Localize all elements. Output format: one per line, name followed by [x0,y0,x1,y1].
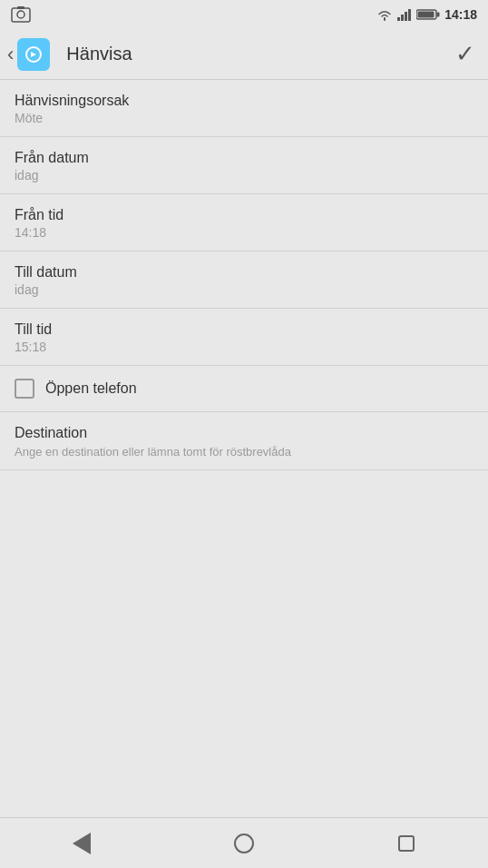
svg-rect-6 [408,9,411,21]
nav-recents-button[interactable] [379,824,434,863]
battery-icon [416,8,440,21]
oppen-telefon-checkbox[interactable] [15,379,34,399]
nav-home-icon [234,833,254,853]
list-item-hanvisningsorsak[interactable]: Hänvisningsorsak Möte [0,80,488,137]
nav-home-button[interactable] [217,824,271,863]
content-area: Hänvisningsorsak Möte Från datum idag Fr… [0,80,488,817]
status-icons: 14:18 [376,7,477,22]
list-item-fran-tid[interactable]: Från tid 14:18 [0,194,488,252]
fran-tid-label: Från tid [15,207,473,223]
list-item-till-tid[interactable]: Till tid 15:18 [0,309,488,366]
app-icon [17,38,50,71]
nav-recents-icon [398,835,415,852]
hanvisningsorsak-value: Möte [15,111,473,125]
oppen-telefon-label: Öppen telefon [45,380,137,397]
till-datum-label: Till datum [15,264,473,281]
svg-rect-2 [17,6,24,9]
back-button[interactable]: ‹ [7,38,59,71]
list-item-fran-datum[interactable]: Från datum idag [0,137,488,194]
svg-rect-8 [437,13,440,17]
page-title: Hänvisa [66,44,450,64]
status-time: 14:18 [444,7,477,22]
status-bar-left [11,6,371,23]
confirm-button[interactable]: ✓ [450,35,481,74]
nav-back-icon [73,833,91,854]
hanvisningsorsak-label: Hänvisningsorsak [15,93,473,109]
fran-datum-label: Från datum [15,150,473,166]
destination-item[interactable]: Destination Ange en destination eller lä… [0,412,488,470]
destination-hint: Ange en destination eller lämna tomt för… [15,445,473,459]
status-bar: 14:18 [0,0,488,29]
svg-rect-4 [401,15,404,21]
photo-icon [11,6,31,23]
fran-tid-value: 14:18 [15,225,473,240]
wifi-icon [376,8,393,21]
action-bar: ‹ Hänvisa ✓ [0,29,488,80]
nav-back-button[interactable] [54,824,109,863]
svg-rect-9 [418,12,434,18]
svg-point-1 [17,11,24,18]
oppen-telefon-item[interactable]: Öppen telefon [0,366,488,412]
svg-rect-3 [397,17,400,21]
till-tid-value: 15:18 [15,340,473,354]
back-arrow-icon: ‹ [7,43,14,66]
list-item-till-datum[interactable]: Till datum idag [0,252,488,309]
phone-forward-icon [24,44,44,64]
destination-label: Destination [15,425,473,441]
signal-icon [397,8,412,21]
fran-datum-value: idag [15,168,473,182]
till-datum-value: idag [15,282,473,297]
svg-rect-5 [405,12,407,21]
till-tid-label: Till tid [15,321,473,338]
nav-bar [0,817,488,868]
